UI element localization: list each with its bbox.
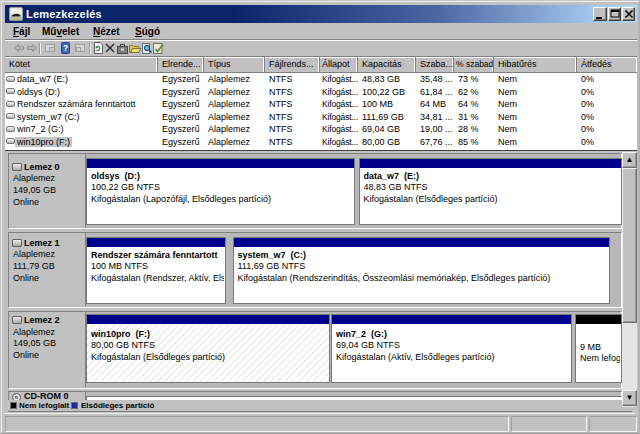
svg-text:?: ? [63, 43, 68, 53]
